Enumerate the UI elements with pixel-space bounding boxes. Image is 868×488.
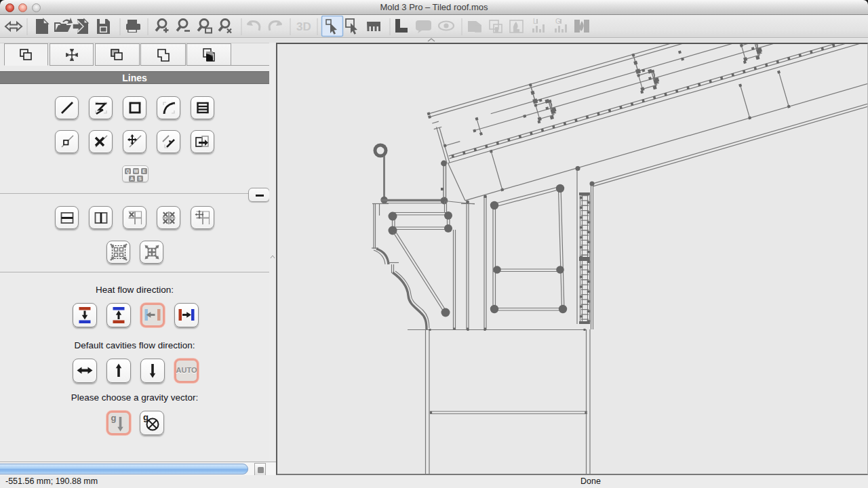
svg-text:AUTO: AUTO	[176, 366, 197, 374]
svg-text:3D: 3D	[296, 20, 311, 33]
svg-text:g: g	[111, 413, 117, 423]
svg-text:G: G	[555, 18, 561, 25]
